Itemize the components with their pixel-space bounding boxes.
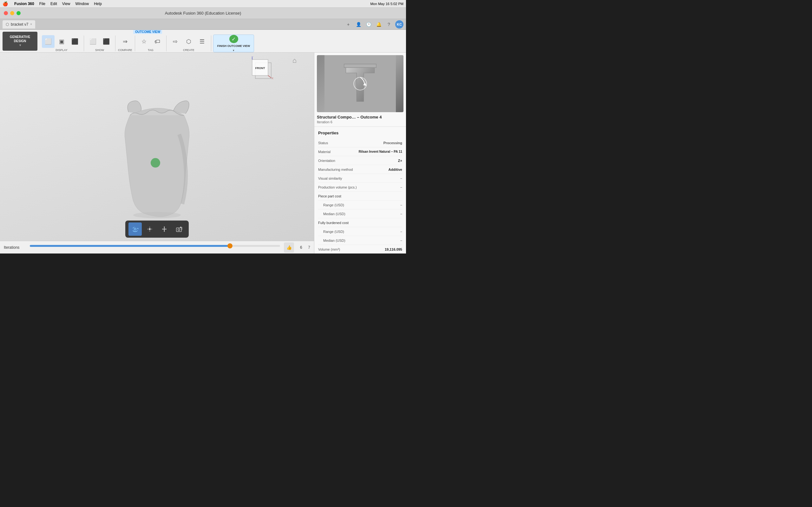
gizmo-svg: FRONT Z X xyxy=(251,56,276,82)
main-content: ⌂ FRONT Z X xyxy=(0,53,406,253)
show-label: SHOW xyxy=(95,49,104,52)
prop-label-status: Status xyxy=(318,141,384,145)
bracket-model-svg xyxy=(103,77,211,223)
show-group: ⬜ ⬛ SHOW xyxy=(87,35,113,52)
new-tab-button[interactable]: + xyxy=(345,20,352,28)
compare-button[interactable]: ⇒ xyxy=(119,35,131,48)
clock-button[interactable]: 🕐 xyxy=(365,20,372,28)
minimize-button[interactable] xyxy=(10,11,14,15)
menu-edit[interactable]: Edit xyxy=(50,2,57,6)
create-export-button[interactable]: ⬡ xyxy=(183,35,195,48)
finish-dropdown-arrow: ▾ xyxy=(233,49,235,52)
iterations-slider[interactable] xyxy=(30,245,280,250)
app-name[interactable]: Fusion 360 xyxy=(14,2,34,6)
menubar-right: Mon May 16 5:02 PM xyxy=(370,2,403,6)
prop-row-piece-median: Median (USD) – xyxy=(318,210,402,218)
prop-row-mfg-method: Manufacturing method Additive xyxy=(318,165,402,174)
outcome-thumbnail xyxy=(317,55,403,112)
iterations-current: 6 xyxy=(298,245,304,250)
prop-row-prod-volume: Production volume (pcs.) – xyxy=(318,183,402,192)
star-icon: ☆ xyxy=(142,39,147,44)
prop-value-piece-median: – xyxy=(400,212,402,216)
viewport[interactable]: ⌂ FRONT Z X xyxy=(0,53,314,253)
tabbar: ⬡ bracket v7 × + 👤 🕐 🔔 ? KC xyxy=(0,19,406,30)
camera-button[interactable] xyxy=(172,222,186,236)
notifications-button[interactable]: 🔔 xyxy=(375,20,383,28)
prop-value-full-median: – xyxy=(400,239,402,242)
zoom-button[interactable] xyxy=(158,222,171,236)
prop-row-full-median: Median (USD) – xyxy=(318,236,402,245)
color-icon: ⬛ xyxy=(71,39,78,44)
tab-close-button[interactable]: × xyxy=(30,22,32,26)
maximize-button[interactable] xyxy=(16,11,20,15)
right-panel: Structural Compo… – Outcome 4 Iteration … xyxy=(314,53,406,253)
prop-value-piece-range: – xyxy=(400,203,402,207)
prop-row-orientation: Orientation Z+ xyxy=(318,156,402,165)
like-button[interactable]: 👍 xyxy=(284,242,294,252)
tab-bracket[interactable]: ⬡ bracket v7 × xyxy=(3,20,35,29)
menu-help[interactable]: Help xyxy=(94,2,102,6)
svg-marker-13 xyxy=(164,226,165,227)
close-button[interactable] xyxy=(4,11,8,15)
window-title: Autodesk Fusion 360 (Education License) xyxy=(165,11,241,15)
viewport-gizmo[interactable]: FRONT Z X xyxy=(251,56,276,82)
display-icons: ⬜ ▣ ⬛ xyxy=(42,35,81,48)
create-button[interactable]: ⇨ xyxy=(169,35,182,48)
outcome-iteration: Iteration 6 xyxy=(317,120,403,124)
rotate-icon xyxy=(132,226,139,233)
svg-marker-18 xyxy=(182,228,183,229)
menu-window[interactable]: Window xyxy=(75,2,89,6)
slider-thumb[interactable] xyxy=(227,243,233,248)
display-wireframe-button[interactable]: ▣ xyxy=(55,35,68,48)
apple-menu-icon[interactable]: 🍎 xyxy=(3,1,8,6)
thumbnail-svg xyxy=(317,55,403,112)
outcome-header: Structural Compo… – Outcome 4 Iteration … xyxy=(314,53,406,127)
viewport-controls xyxy=(125,221,189,238)
properties-section: Properties Status Processing Material Ri… xyxy=(314,127,406,253)
home-icon[interactable]: ⌂ xyxy=(293,56,297,65)
titlebar: Autodesk Fusion 360 (Education License) xyxy=(0,8,406,19)
menu-view[interactable]: View xyxy=(62,2,70,6)
tag-label: TAG xyxy=(148,49,154,52)
iterations-max: 7 xyxy=(308,245,310,250)
svg-point-7 xyxy=(151,158,160,168)
tab-icon: ⬡ xyxy=(6,22,9,26)
prop-label-full-median: Median (USD) xyxy=(323,239,400,242)
prop-label-mfg-method: Manufacturing method xyxy=(318,168,389,171)
finish-outcome-view-label: FINISH OUTCOME VIEW xyxy=(217,44,250,48)
divider-3 xyxy=(135,36,135,51)
3d-model xyxy=(103,77,211,223)
tag-star-button[interactable]: ☆ xyxy=(138,35,150,48)
prop-label-full-range: Range (USD) xyxy=(323,230,400,233)
menu-file[interactable]: File xyxy=(39,2,45,6)
svg-point-10 xyxy=(149,228,151,230)
show-icons: ⬜ ⬛ xyxy=(87,35,113,48)
account-button[interactable]: KC xyxy=(395,20,403,29)
menubar-datetime: Mon May 16 5:02 PM xyxy=(370,2,403,6)
generative-design-button[interactable]: GENERATIVEDESIGN ▾ xyxy=(3,32,38,51)
prop-value-material: Rilsan Invent Natural – PA 11 xyxy=(359,150,402,153)
prop-label-volume: Volume (mm³) xyxy=(318,247,385,251)
tag-group: ☆ 🏷 TAG xyxy=(138,35,164,52)
prop-value-orientation: Z+ xyxy=(398,159,402,163)
finish-outcome-view-button[interactable]: ✓ FINISH OUTCOME VIEW ▾ xyxy=(213,35,254,52)
help-button[interactable]: ? xyxy=(385,20,393,28)
prop-row-full-range: Range (USD) – xyxy=(318,227,402,236)
prop-value-visual-sim: – xyxy=(400,176,402,180)
profile-button[interactable]: 👤 xyxy=(355,20,362,28)
pan-button[interactable] xyxy=(143,222,156,236)
toolbar: GENERATIVEDESIGN ▾ OUTCOME VIEW ⬜ ▣ ⬛ xyxy=(0,30,406,53)
show-overlay-button[interactable]: ⬛ xyxy=(100,35,113,48)
prop-label-piece-range: Range (USD) xyxy=(323,203,400,207)
tabbar-actions: + 👤 🕐 🔔 ? KC xyxy=(345,20,403,29)
display-color-button[interactable]: ⬛ xyxy=(68,35,81,48)
rotate-button[interactable] xyxy=(129,222,142,236)
display-solid-button[interactable]: ⬜ xyxy=(42,35,55,48)
create-list-button[interactable]: ☰ xyxy=(196,35,208,48)
show-button[interactable]: ⬜ xyxy=(87,35,99,48)
prop-label-prod-volume: Production volume (pcs.) xyxy=(318,185,400,189)
properties-title: Properties xyxy=(318,130,402,135)
tag-label-button[interactable]: 🏷 xyxy=(151,35,164,48)
finish-check-icon: ✓ xyxy=(229,35,238,43)
window-controls xyxy=(4,11,20,15)
